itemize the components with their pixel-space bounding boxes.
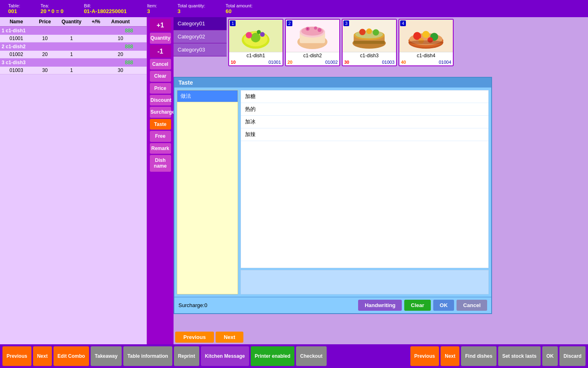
dish-code-3: 01003: [382, 60, 394, 65]
bottom-previous-button[interactable]: Previous: [2, 346, 31, 366]
dish-code-4: 01004: [439, 60, 451, 65]
discard-button[interactable]: Discard: [559, 346, 586, 366]
takeaway-button[interactable]: Takeaway: [91, 346, 122, 366]
order-item-row[interactable]: 01002 20 1 20: [0, 51, 147, 58]
dish-name-button[interactable]: Dish name: [150, 155, 171, 172]
dish-card-2[interactable]: 2: [285, 19, 340, 66]
svg-rect-24: [354, 41, 385, 44]
checkout-button[interactable]: Checkout: [296, 346, 327, 366]
dish-card-3[interactable]: 3: [342, 19, 397, 66]
minus-one-button[interactable]: -1: [150, 45, 171, 58]
find-dishes-button[interactable]: Find dishes: [461, 346, 497, 366]
taste-cancel-button[interactable]: Cancel: [457, 300, 487, 311]
dish-price-1: 10: [231, 60, 236, 65]
tea-section: Tea: 20 * 0 = 0: [36, 0, 67, 17]
total-amt-section: Total amount: 60: [222, 0, 257, 17]
edit-combo-button[interactable]: Edit Combo: [53, 346, 89, 366]
right-next-button[interactable]: Next: [441, 346, 459, 366]
tea-value: 20 * 0 = 0: [40, 8, 63, 14]
plus-one-button[interactable]: +1: [150, 19, 171, 31]
right-previous-button[interactable]: Previous: [410, 346, 439, 366]
set-stock-lasts-button[interactable]: Set stock lasts: [498, 346, 541, 366]
right-ok-button[interactable]: OK: [542, 346, 558, 366]
dish-card-1[interactable]: 1: [228, 19, 283, 66]
surcharge-button[interactable]: Surcharge: [150, 107, 171, 117]
svg-point-23: [373, 29, 379, 36]
dish-card-4[interactable]: 4: [399, 19, 454, 66]
dish-code-2: 01002: [325, 60, 338, 65]
svg-point-30: [422, 31, 429, 38]
svg-point-14: [318, 28, 322, 32]
item-section: Item: 3: [143, 0, 161, 17]
category-tab-03[interactable]: Category03: [174, 43, 227, 56]
order-category-row[interactable]: 3 c1-dish3 888: [0, 58, 147, 67]
dish-row: 1: [227, 17, 588, 68]
taste-clear-button[interactable]: Clear: [404, 300, 431, 311]
taste-option-jiabing[interactable]: 加冰: [241, 116, 488, 128]
dish-name-2: c1-dish2: [286, 52, 339, 59]
dish-num-1: 1: [230, 20, 236, 26]
order-category-row[interactable]: 1 c1-dish1 888: [0, 27, 147, 35]
dish-price-3: 30: [344, 60, 349, 65]
taste-ok-button[interactable]: OK: [433, 300, 454, 311]
dish-name-4: c1-dish4: [399, 52, 453, 59]
order-item-row[interactable]: 01001 10 1 10: [0, 35, 147, 43]
quantity-button[interactable]: Quantity: [150, 33, 171, 43]
total-qty-label: Total quantity:: [178, 3, 205, 8]
cat-price: 888: [106, 60, 135, 65]
table-value: 001: [8, 8, 20, 14]
dish-price-4: 40: [401, 60, 406, 65]
tea-label: Tea:: [40, 3, 63, 8]
svg-point-22: [366, 29, 372, 34]
bottom-bar: Previous Next Edit Combo Takeaway Table …: [0, 344, 588, 368]
clear-button[interactable]: Clear: [150, 71, 171, 81]
svg-point-13: [314, 27, 317, 30]
col-name: Name: [0, 19, 33, 25]
taste-surcharge-label: Surcharge:0: [178, 302, 207, 308]
dish-img-3: [343, 20, 396, 52]
dish-code-1: 01001: [268, 60, 281, 65]
order-table-header: Name Price Quantity +/% Amount: [0, 17, 147, 27]
dish-name-3: c1-dish3: [343, 52, 396, 59]
order-item-row[interactable]: 01003 30 1 30: [0, 67, 147, 74]
bottom-next-button[interactable]: Next: [33, 346, 52, 366]
handwriting-button[interactable]: Handwriting: [358, 300, 402, 311]
svg-point-15: [307, 28, 308, 30]
taste-selected-area: [241, 270, 489, 294]
taste-option-jila[interactable]: 加辣: [241, 128, 488, 141]
table-section: Table: 001: [4, 0, 24, 17]
reprint-button[interactable]: Reprint: [174, 346, 199, 366]
dish-next-button[interactable]: Next: [216, 332, 243, 343]
dish-num-3: 3: [343, 20, 349, 26]
dish-previous-button[interactable]: Previous: [175, 332, 214, 343]
taste-dialog-body: 做法 加糖 热的 加冰 加辣: [174, 88, 491, 297]
order-panel: Name Price Quantity +/% Amount 1 c1-dish…: [0, 17, 147, 344]
taste-option-rede[interactable]: 热的: [241, 103, 488, 116]
printer-enabled-button[interactable]: Printer enabled: [251, 346, 294, 366]
taste-dialog: Taste 做法 加糖 热的 加冰 加辣 Surcharge:0 Handwri…: [174, 77, 492, 314]
price-button[interactable]: Price: [150, 83, 171, 94]
kitchen-message-button[interactable]: Kitchen Message: [201, 346, 249, 366]
cancel-button[interactable]: Cancel: [150, 59, 171, 70]
discount-button[interactable]: Discount: [150, 95, 171, 105]
free-button[interactable]: Free: [150, 131, 171, 141]
taste-left-panel: 做法: [177, 90, 238, 294]
taste-right-panel: 加糖 热的 加冰 加辣: [241, 90, 489, 294]
taste-left-item-zuofa[interactable]: 做法: [177, 90, 238, 102]
svg-point-6: [257, 30, 261, 34]
table-information-button[interactable]: Table information: [123, 346, 172, 366]
col-quantity: Quantity: [57, 19, 86, 25]
dish-name-1: c1-dish1: [229, 52, 283, 59]
taste-button[interactable]: Taste: [150, 119, 171, 130]
category-tab-02[interactable]: Category02: [174, 30, 227, 43]
svg-point-4: [246, 32, 252, 38]
item-code: 01002: [0, 52, 33, 57]
order-category-row[interactable]: 2 c1-dish2 888: [0, 43, 147, 51]
dish-price-2: 20: [287, 60, 292, 65]
dish-num-4: 4: [400, 20, 406, 26]
category-tab-01[interactable]: Category01: [174, 17, 227, 30]
item-label: Item:: [147, 3, 157, 8]
taste-option-jiashu[interactable]: 加糖: [241, 90, 488, 103]
bottom-right-group: Previous Next Find dishes Set stock last…: [410, 346, 586, 366]
remark-button[interactable]: Remark: [150, 143, 171, 154]
